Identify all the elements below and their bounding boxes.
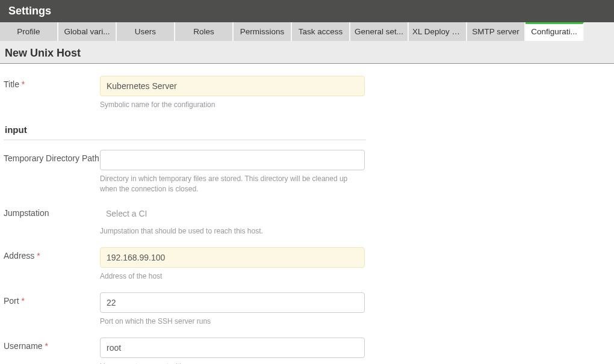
label-title: Title * — [4, 76, 100, 89]
help-port: Port on which the SSH server runs — [100, 316, 365, 327]
control-title: Symbolic name for the configuration — [100, 76, 367, 110]
tab-smtp-server[interactable]: SMTP server — [467, 22, 526, 41]
help-title: Symbolic name for the configuration — [100, 100, 365, 110]
tab-roles[interactable]: Roles — [175, 22, 234, 41]
help-address: Address of the host — [100, 271, 365, 282]
section-input: input — [4, 121, 366, 140]
required-star-icon: * — [45, 341, 48, 351]
tab-permissions[interactable]: Permissions — [234, 22, 292, 41]
help-username: Username to connect with — [100, 362, 365, 364]
row-tmpdir: Temporary Directory Path Directory in wh… — [4, 150, 367, 194]
help-jumpstation: Jumpstation that should be used to reach… — [100, 226, 365, 236]
label-username: Username * — [4, 338, 100, 351]
label-address-text: Address — [4, 251, 34, 261]
tabs-bar: Profile Global vari... Users Roles Permi… — [0, 22, 614, 41]
username-input[interactable] — [100, 338, 365, 358]
address-input[interactable] — [100, 247, 365, 268]
title-input[interactable] — [100, 76, 365, 96]
row-port: Port * Port on which the SSH server runs — [4, 292, 367, 327]
control-jumpstation: Select a CI Jumpstation that should be u… — [100, 205, 367, 236]
label-address: Address * — [4, 247, 100, 261]
tab-configuration[interactable]: Configurati... — [526, 22, 584, 41]
tab-task-access[interactable]: Task access — [292, 22, 350, 41]
label-title-text: Title — [4, 79, 19, 89]
tab-profile[interactable]: Profile — [0, 22, 58, 41]
row-username: Username * Username to connect with — [4, 338, 367, 364]
header-title: Settings — [8, 5, 606, 17]
control-tmpdir: Directory in which temporary files are s… — [100, 150, 367, 194]
row-jumpstation: Jumpstation Select a CI Jumpstation that… — [4, 205, 367, 236]
row-title: Title * Symbolic name for the configurat… — [4, 76, 367, 110]
tab-xl-deploy[interactable]: XL Deploy s... — [409, 22, 467, 41]
required-star-icon: * — [22, 296, 25, 306]
page-subheader: New Unix Host — [0, 41, 614, 64]
page-title: New Unix Host — [5, 47, 607, 60]
label-jumpstation: Jumpstation — [4, 205, 100, 218]
app-header: Settings — [0, 0, 614, 22]
required-star-icon: * — [22, 79, 25, 89]
label-username-text: Username — [4, 341, 43, 351]
tab-global-variables[interactable]: Global vari... — [58, 22, 117, 41]
jumpstation-select[interactable]: Select a CI — [100, 205, 365, 223]
label-tmpdir: Temporary Directory Path — [4, 150, 100, 163]
port-input[interactable] — [100, 292, 365, 313]
control-port: Port on which the SSH server runs — [100, 292, 367, 327]
tab-users[interactable]: Users — [117, 22, 175, 41]
row-address: Address * Address of the host — [4, 247, 367, 282]
label-port: Port * — [4, 292, 100, 306]
tab-general-settings[interactable]: General set... — [350, 22, 409, 41]
form-area: Title * Symbolic name for the configurat… — [0, 64, 367, 364]
control-address: Address of the host — [100, 247, 367, 282]
tmpdir-input[interactable] — [100, 150, 365, 170]
label-port-text: Port — [4, 296, 19, 306]
control-username: Username to connect with — [100, 338, 367, 364]
help-tmpdir: Directory in which temporary files are s… — [100, 174, 365, 194]
required-star-icon: * — [37, 251, 40, 261]
